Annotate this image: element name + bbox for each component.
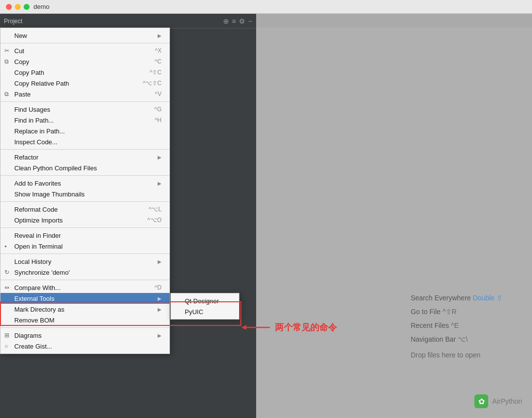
- arrow-icon: ▶: [158, 33, 162, 38]
- minimize-panel-icon[interactable]: −: [248, 17, 252, 25]
- menu-item-optimize-imports[interactable]: Optimize Imports ^⌥O: [0, 215, 169, 225]
- diagrams-icon: ⊞: [4, 332, 9, 339]
- menu-item-mark-directory[interactable]: Mark Directory as ▶: [0, 304, 169, 315]
- close-button[interactable]: [6, 4, 12, 10]
- annotation-text: 两个常见的命令: [275, 322, 337, 333]
- search-everywhere-hint: Search Everywhere Double ⇧: [411, 294, 502, 302]
- compare-icon: ⇔: [4, 284, 9, 291]
- separator-2: [0, 101, 169, 102]
- paste-icon: ⧉: [4, 91, 9, 97]
- separator-3: [0, 149, 169, 150]
- menu-item-qt-designer[interactable]: Qt Designer: [171, 295, 239, 306]
- minimize-button[interactable]: [15, 4, 21, 10]
- separator-9: [0, 327, 169, 328]
- external-tools-submenu: Qt Designer PyUIC: [170, 293, 239, 320]
- terminal-icon: ▪: [4, 243, 6, 250]
- recent-files-hint: Recent Files ^E: [411, 322, 459, 329]
- menu-item-copy-relative-path[interactable]: Copy Relative Path ^⌥⇧C: [0, 78, 169, 89]
- menu-item-copy[interactable]: ⧉ Copy ^C: [0, 56, 169, 67]
- traffic-lights: [6, 4, 30, 10]
- copy-icon: ⧉: [4, 58, 9, 65]
- diagrams-arrow-icon: ▶: [158, 333, 162, 338]
- menu-item-reveal-finder[interactable]: Reveal in Finder: [0, 230, 169, 241]
- gist-icon: ○: [4, 343, 8, 350]
- maximize-button[interactable]: [24, 4, 30, 10]
- menu-item-inspect-code[interactable]: Inspect Code...: [0, 136, 169, 147]
- menu-item-create-gist[interactable]: ○ Create Gist...: [0, 341, 169, 352]
- project-title: Project: [4, 18, 220, 25]
- menu-item-cut[interactable]: ✂ Cut ^X: [0, 45, 169, 56]
- separator-4: [0, 175, 169, 176]
- navigation-bar-hint: Navigation Bar ⌥\: [411, 335, 468, 343]
- menu-item-paste[interactable]: ⧉ Paste ^V: [0, 89, 169, 99]
- separator-7: [0, 254, 169, 254]
- mark-directory-arrow-icon: ▶: [158, 307, 162, 312]
- wechat-icon: ✿: [474, 394, 488, 408]
- menu-item-remove-bom[interactable]: Remove BOM: [0, 315, 169, 325]
- local-history-arrow-icon: ▶: [158, 259, 162, 264]
- menu-item-pyuic[interactable]: PyUIC: [171, 306, 239, 317]
- menu-item-refactor[interactable]: Refactor ▶: [0, 152, 169, 162]
- external-tools-arrow-icon: ▶: [158, 296, 162, 301]
- window-title: demo: [33, 3, 50, 10]
- menu-item-external-tools[interactable]: External Tools ▶ Qt Designer PyUIC: [0, 293, 169, 304]
- menu-item-find-in-path[interactable]: Find in Path... ^H: [0, 115, 169, 126]
- sync-icon: ↻: [4, 269, 9, 276]
- separator-5: [0, 201, 169, 202]
- drop-hint: Drop files here to open: [411, 351, 481, 359]
- hint-section: Search Everywhere Double ⇧ Go to File ^⇧…: [411, 294, 502, 359]
- refactor-arrow-icon: ▶: [158, 155, 162, 160]
- svg-marker-1: [241, 325, 246, 330]
- watermark: ✿ AirPython: [474, 394, 522, 408]
- favorites-arrow-icon: ▶: [158, 181, 162, 186]
- menu-item-diagrams[interactable]: ⊞ Diagrams ▶: [0, 330, 169, 341]
- menu-item-local-history[interactable]: Local History ▶: [0, 256, 169, 267]
- add-icon[interactable]: ⊕: [223, 17, 229, 25]
- layout-icon[interactable]: ≡: [232, 17, 236, 25]
- menu-item-add-favorites[interactable]: Add to Favorites ▶: [0, 178, 169, 189]
- separator-6: [0, 227, 169, 228]
- project-toolbar: Project ⊕ ≡ ⚙ −: [0, 14, 256, 29]
- context-menu: New ▶ ✂ Cut ^X ⧉ Copy ^C Copy Path ^⇧C C…: [0, 28, 170, 354]
- ide-area: Project ⊕ ≡ ⚙ − Search Everywhere Double…: [0, 14, 532, 418]
- menu-item-synchronize[interactable]: ↻ Synchronize 'demo': [0, 267, 169, 278]
- menu-item-new[interactable]: New ▶: [0, 30, 169, 41]
- menu-item-open-terminal[interactable]: ▪ Open in Terminal: [0, 241, 169, 252]
- annotation: 两个常见的命令: [241, 322, 337, 333]
- annotation-arrow-svg: [241, 322, 271, 333]
- menu-item-find-usages[interactable]: Find Usages ^G: [0, 104, 169, 115]
- title-bar: demo: [0, 0, 532, 14]
- separator-1: [0, 43, 169, 43]
- menu-item-replace-in-path[interactable]: Replace in Path...: [0, 126, 169, 136]
- menu-item-show-thumbnails[interactable]: Show Image Thumbnails: [0, 189, 169, 199]
- menu-item-copy-path[interactable]: Copy Path ^⇧C: [0, 67, 169, 78]
- watermark-text: AirPython: [492, 397, 522, 405]
- menu-item-compare-with[interactable]: ⇔ Compare With... ^D: [0, 282, 169, 293]
- main-content: Search Everywhere Double ⇧ Go to File ^⇧…: [256, 28, 532, 418]
- settings-icon[interactable]: ⚙: [239, 17, 245, 25]
- cut-icon: ✂: [4, 47, 9, 54]
- separator-8: [0, 280, 169, 280]
- go-to-file-hint: Go to File ^⇧R: [411, 308, 457, 316]
- menu-item-reformat-code[interactable]: Reformat Code ^⌥L: [0, 204, 169, 215]
- menu-item-clean-python[interactable]: Clean Python Compiled Files: [0, 162, 169, 173]
